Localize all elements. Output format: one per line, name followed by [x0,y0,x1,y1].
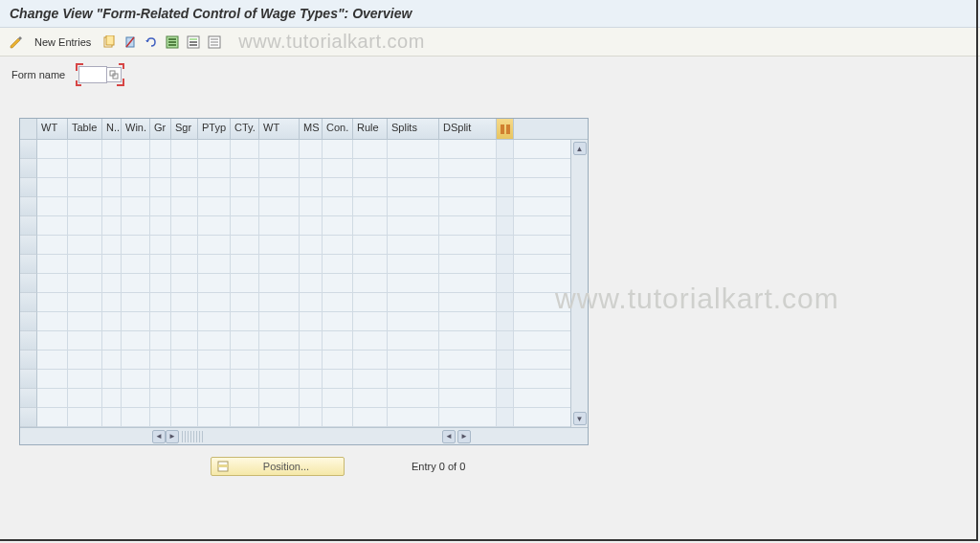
table-cell[interactable] [353,389,388,407]
table-cell[interactable] [388,370,439,388]
table-cell[interactable] [37,159,68,177]
table-cell[interactable] [259,216,300,235]
table-cell[interactable] [102,159,122,177]
table-cell[interactable] [323,293,353,311]
table-cell[interactable] [231,178,259,196]
table-cell[interactable] [353,197,388,215]
table-cell[interactable] [353,255,388,273]
scroll-left-icon[interactable]: ◄ [152,430,166,443]
table-cell[interactable] [353,370,388,388]
table-cell[interactable] [231,312,259,330]
table-cell[interactable] [171,274,198,292]
table-cell[interactable] [323,331,353,350]
row-selector[interactable] [20,293,37,312]
column-header[interactable]: Table [68,119,102,139]
table-cell[interactable] [388,216,439,235]
column-header[interactable]: PTyp [198,119,231,139]
table-cell[interactable] [259,236,300,254]
column-header[interactable]: DSplit [439,119,497,139]
table-cell[interactable] [323,216,353,235]
table-cell[interactable] [439,197,497,215]
table-cell[interactable] [68,331,102,350]
table-cell[interactable] [150,159,171,177]
table-cell[interactable] [231,197,259,215]
table-cell[interactable] [150,312,171,330]
table-cell[interactable] [68,370,102,388]
table-cell[interactable] [171,216,198,235]
column-header[interactable]: WT [37,119,68,139]
table-cell[interactable] [259,408,300,426]
scroll-grip-icon[interactable] [182,431,205,442]
table-cell[interactable] [198,255,231,273]
copy-icon[interactable] [100,34,118,51]
row-selector[interactable] [20,255,37,274]
table-cell[interactable] [439,351,497,369]
table-cell[interactable] [439,331,497,350]
table-cell[interactable] [171,331,198,350]
table-cell[interactable] [198,351,231,369]
table-cell[interactable] [171,293,198,311]
table-cell[interactable] [150,140,171,158]
table-cell[interactable] [198,140,231,158]
column-header[interactable]: N.. [102,119,122,139]
table-cell[interactable] [171,197,198,215]
table-cell[interactable] [150,216,171,235]
table-cell[interactable] [37,140,68,158]
table-cell[interactable] [323,236,353,254]
column-header[interactable]: WT [259,119,300,139]
table-cell[interactable] [353,351,388,369]
table-cell[interactable] [37,312,68,330]
table-cell[interactable] [259,178,300,196]
table-cell[interactable] [300,312,323,330]
table-cell[interactable] [353,293,388,311]
table-cell[interactable] [259,389,300,407]
table-cell[interactable] [171,140,198,158]
table-cell[interactable] [259,312,300,330]
table-cell[interactable] [300,159,323,177]
table-cell[interactable] [231,274,259,292]
table-cell[interactable] [300,255,323,273]
row-selector[interactable] [20,274,37,293]
table-cell[interactable] [388,331,439,350]
table-cell[interactable] [323,389,353,407]
table-cell[interactable] [122,389,150,407]
select-all-icon[interactable] [164,34,181,51]
table-cell[interactable] [150,274,171,292]
table-cell[interactable] [300,331,323,350]
table-cell[interactable] [68,178,102,196]
table-cell[interactable] [102,140,122,158]
table-cell[interactable] [300,274,323,292]
table-cell[interactable] [323,274,353,292]
table-cell[interactable] [439,293,497,311]
table-cell[interactable] [198,389,231,407]
table-cell[interactable] [300,140,323,158]
table-cell[interactable] [439,274,497,292]
table-cell[interactable] [122,293,150,311]
table-cell[interactable] [68,159,102,177]
table-cell[interactable] [353,140,388,158]
table-cell[interactable] [122,370,150,388]
scroll-right-icon[interactable]: ► [166,430,179,443]
position-button[interactable]: Position... [211,457,345,476]
row-selector[interactable] [20,236,37,255]
table-cell[interactable] [102,331,122,350]
table-cell[interactable] [439,389,497,407]
table-cell[interactable] [231,389,259,407]
row-selector[interactable] [20,312,37,331]
select-all-rows[interactable] [20,119,37,139]
table-cell[interactable] [300,370,323,388]
table-cell[interactable] [439,312,497,330]
table-cell[interactable] [122,408,150,426]
table-cell[interactable] [102,197,122,215]
scroll-right-end-icon[interactable]: ► [457,430,471,443]
table-cell[interactable] [388,293,439,311]
vertical-scrollbar[interactable]: ▲ ▼ [570,140,588,427]
table-cell[interactable] [122,312,150,330]
table-cell[interactable] [122,140,150,158]
table-cell[interactable] [259,197,300,215]
table-cell[interactable] [171,312,198,330]
table-cell[interactable] [353,274,388,292]
table-cell[interactable] [353,178,388,196]
table-cell[interactable] [122,331,150,350]
table-cell[interactable] [171,178,198,196]
